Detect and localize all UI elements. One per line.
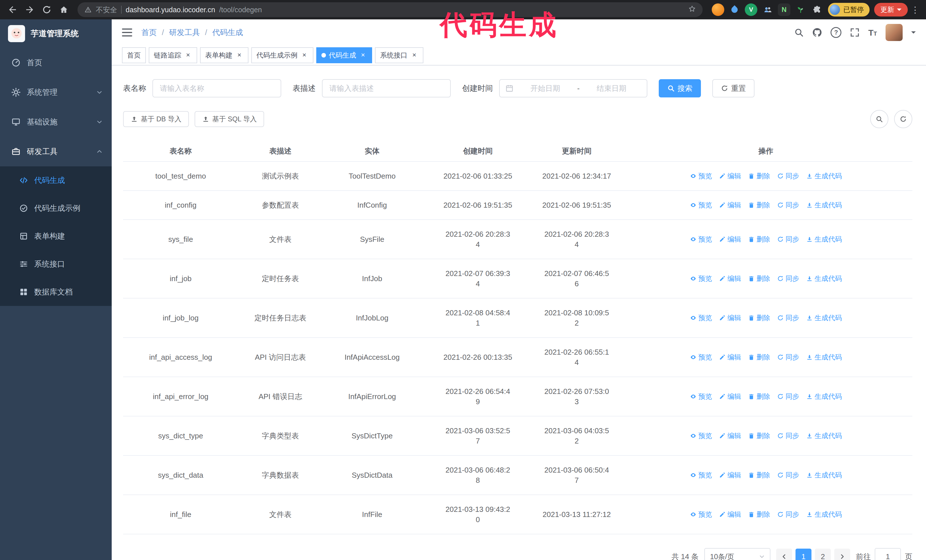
puzzle-extensions-icon[interactable] <box>811 3 823 16</box>
sync-link[interactable]: 同步 <box>777 470 799 480</box>
goto-page-input[interactable] <box>875 548 901 560</box>
github-icon[interactable] <box>812 28 822 37</box>
generate-code-link[interactable]: 生成代码 <box>806 470 842 480</box>
preview-link[interactable]: 预览 <box>690 171 712 181</box>
font-size-icon[interactable]: TT <box>868 27 877 38</box>
extension-icon-3[interactable]: V <box>745 3 757 16</box>
generate-code-link[interactable]: 生成代码 <box>806 200 842 210</box>
back-icon[interactable] <box>5 2 21 18</box>
search-icon[interactable] <box>794 28 804 37</box>
sidebar-item-system-api[interactable]: 系统接口 <box>0 250 112 278</box>
breadcrumb-home[interactable]: 首页 <box>141 27 157 38</box>
import-db-button[interactable]: 基于 DB 导入 <box>123 111 189 127</box>
sync-link[interactable]: 同步 <box>777 273 799 284</box>
url-bar[interactable]: 不安全 dashboard.yudao.iocoder.cn/tool/code… <box>77 2 703 17</box>
toggle-search-button[interactable] <box>870 110 888 128</box>
breadcrumb-devtools[interactable]: 研发工具 <box>169 27 200 38</box>
generate-code-link[interactable]: 生成代码 <box>806 352 842 362</box>
prev-page-button[interactable] <box>776 549 792 560</box>
edit-link[interactable]: 编辑 <box>719 313 741 323</box>
extension-icon-1[interactable] <box>712 3 724 16</box>
generate-code-link[interactable]: 生成代码 <box>806 171 842 181</box>
delete-link[interactable]: 删除 <box>748 352 770 362</box>
forward-icon[interactable] <box>22 2 38 18</box>
delete-link[interactable]: 删除 <box>748 171 770 181</box>
next-page-button[interactable] <box>834 549 850 560</box>
extension-icon-6[interactable] <box>794 3 807 16</box>
edit-link[interactable]: 编辑 <box>719 234 741 245</box>
user-avatar[interactable] <box>885 24 903 41</box>
preview-link[interactable]: 预览 <box>690 470 712 480</box>
hamburger-icon[interactable] <box>122 28 132 37</box>
sidebar-item-system[interactable]: 系统管理 <box>0 77 112 107</box>
refresh-table-button[interactable] <box>894 110 912 128</box>
search-button[interactable]: 搜索 <box>659 79 701 97</box>
sync-link[interactable]: 同步 <box>777 313 799 323</box>
date-range-picker[interactable]: 开始日期 - 结束日期 <box>499 79 648 97</box>
generate-code-link[interactable]: 生成代码 <box>806 273 842 284</box>
page-button-1[interactable]: 1 <box>796 549 811 560</box>
generate-code-link[interactable]: 生成代码 <box>806 391 842 402</box>
delete-link[interactable]: 删除 <box>748 431 770 441</box>
generate-code-link[interactable]: 生成代码 <box>806 234 842 245</box>
sync-link[interactable]: 同步 <box>777 234 799 245</box>
delete-link[interactable]: 删除 <box>748 470 770 480</box>
tab-close-icon[interactable]: × <box>235 51 243 59</box>
sidebar-item-home[interactable]: 首页 <box>0 48 112 77</box>
edit-link[interactable]: 编辑 <box>719 391 741 402</box>
sidebar-item-form-builder[interactable]: 表单构建 <box>0 222 112 250</box>
generate-code-link[interactable]: 生成代码 <box>806 431 842 441</box>
generate-code-link[interactable]: 生成代码 <box>806 509 842 519</box>
sync-link[interactable]: 同步 <box>777 431 799 441</box>
sidebar-item-db-doc[interactable]: 数据库文档 <box>0 278 112 306</box>
page-size-select[interactable]: 10条/页 <box>704 548 770 560</box>
update-button[interactable]: 更新 <box>874 3 908 17</box>
delete-link[interactable]: 删除 <box>748 509 770 519</box>
edit-link[interactable]: 编辑 <box>719 273 741 284</box>
tab-codegen-example[interactable]: 代码生成示例× <box>251 47 313 63</box>
generate-code-link[interactable]: 生成代码 <box>806 313 842 323</box>
edit-link[interactable]: 编辑 <box>719 470 741 480</box>
edit-link[interactable]: 编辑 <box>719 171 741 181</box>
preview-link[interactable]: 预览 <box>690 313 712 323</box>
tab-home[interactable]: 首页 <box>122 47 146 63</box>
table-name-input[interactable] <box>153 79 281 97</box>
sidebar-logo[interactable]: 芋道管理系统 <box>0 20 112 48</box>
preview-link[interactable]: 预览 <box>690 352 712 362</box>
tab-trace[interactable]: 链路追踪× <box>149 47 197 63</box>
preview-link[interactable]: 预览 <box>690 273 712 284</box>
delete-link[interactable]: 删除 <box>748 313 770 323</box>
sidebar-item-devtools[interactable]: 研发工具 <box>0 137 112 166</box>
sync-link[interactable]: 同步 <box>777 200 799 210</box>
delete-link[interactable]: 删除 <box>748 234 770 245</box>
tab-close-icon[interactable]: × <box>184 51 192 59</box>
import-sql-button[interactable]: 基于 SQL 导入 <box>195 111 264 127</box>
page-button-2[interactable]: 2 <box>815 549 831 560</box>
delete-link[interactable]: 删除 <box>748 200 770 210</box>
tab-codegen[interactable]: 代码生成× <box>316 47 372 63</box>
home-icon[interactable] <box>56 2 72 18</box>
tab-close-icon[interactable]: × <box>410 51 418 59</box>
fullscreen-icon[interactable] <box>850 28 859 37</box>
extension-icon-5[interactable]: N <box>778 3 790 16</box>
sidebar-item-codegen-example[interactable]: 代码生成示例 <box>0 194 112 222</box>
edit-link[interactable]: 编辑 <box>719 200 741 210</box>
tab-form-builder[interactable]: 表单构建× <box>200 47 248 63</box>
tab-system-api[interactable]: 系统接口× <box>375 47 424 63</box>
preview-link[interactable]: 预览 <box>690 391 712 402</box>
bookmark-star-icon[interactable] <box>688 5 696 14</box>
reload-icon[interactable] <box>39 2 55 18</box>
preview-link[interactable]: 预览 <box>690 200 712 210</box>
table-desc-input[interactable] <box>322 79 451 97</box>
sync-link[interactable]: 同步 <box>777 352 799 362</box>
sync-link[interactable]: 同步 <box>777 509 799 519</box>
edit-link[interactable]: 编辑 <box>719 509 741 519</box>
preview-link[interactable]: 预览 <box>690 509 712 519</box>
edit-link[interactable]: 编辑 <box>719 352 741 362</box>
sidebar-item-infra[interactable]: 基础设施 <box>0 107 112 137</box>
extension-icon-2[interactable] <box>728 3 741 16</box>
tab-close-icon[interactable]: × <box>359 51 367 59</box>
help-icon[interactable]: ? <box>831 27 841 38</box>
reset-button[interactable]: 重置 <box>712 79 755 97</box>
tab-close-icon[interactable]: × <box>300 51 308 59</box>
